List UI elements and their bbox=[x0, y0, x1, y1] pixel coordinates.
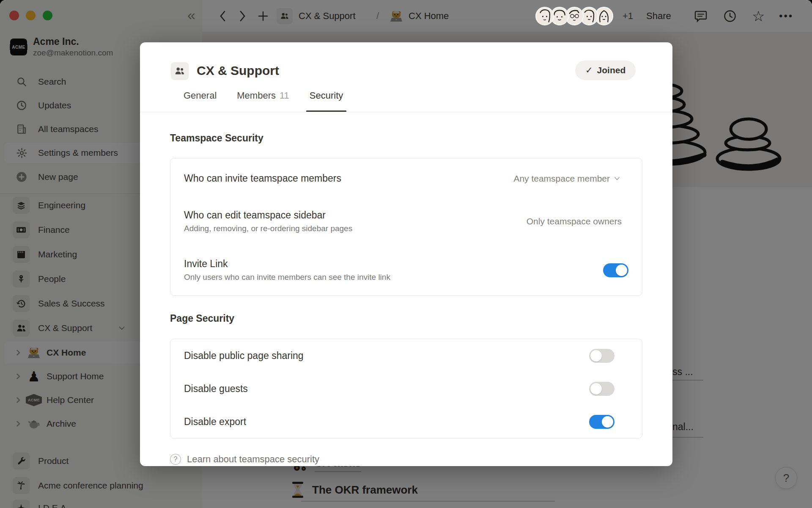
teamspace-security-card: Who can invite teamspace members Any tea… bbox=[170, 158, 642, 296]
teamspace-settings-modal: CX & Support ✓ Joined General Members11 … bbox=[140, 42, 672, 466]
setting-row-disable-public-sharing: Disable public page sharing bbox=[184, 339, 628, 372]
notion-app-window: « ACME Acme Inc. zoe@makenotion.com Sear… bbox=[0, 0, 812, 508]
avatar bbox=[535, 7, 554, 25]
modal-title: CX & Support bbox=[197, 64, 279, 78]
invite-link-toggle[interactable] bbox=[603, 263, 628, 277]
page-security-card: Disable public page sharing Disable gues… bbox=[170, 339, 642, 439]
members-count: 11 bbox=[280, 90, 289, 101]
setting-row-disable-export: Disable export bbox=[184, 405, 628, 438]
setting-row-disable-guests: Disable guests bbox=[184, 372, 628, 405]
disable-export-toggle[interactable] bbox=[589, 415, 614, 429]
modal-tabs: General Members11 Security bbox=[184, 87, 343, 112]
toggle-knob bbox=[590, 383, 602, 395]
joined-button[interactable]: ✓ Joined bbox=[575, 61, 636, 80]
tab-security[interactable]: Security bbox=[310, 87, 343, 112]
toggle-knob bbox=[602, 416, 613, 428]
disable-guests-toggle[interactable] bbox=[589, 382, 614, 396]
invite-members-dropdown[interactable]: Any teamspace member bbox=[513, 174, 628, 184]
toggle-knob bbox=[590, 350, 602, 362]
question-circle-icon: ? bbox=[170, 454, 181, 465]
setting-row-invite-members: Who can invite teamspace members Any tea… bbox=[184, 158, 628, 199]
tab-general[interactable]: General bbox=[184, 87, 217, 112]
section-heading-page-security: Page Security bbox=[170, 313, 234, 324]
toggle-knob bbox=[616, 265, 627, 276]
tab-members[interactable]: Members11 bbox=[237, 87, 289, 112]
learn-about-teamspace-security-link[interactable]: ? Learn about teamspace security bbox=[170, 454, 319, 465]
setting-row-invite-link: Invite Link Only users who can invite me… bbox=[184, 244, 628, 296]
section-heading-teamspace-security: Teamspace Security bbox=[170, 133, 263, 144]
chevron-down-icon bbox=[614, 177, 620, 180]
check-icon: ✓ bbox=[585, 65, 593, 75]
setting-row-edit-sidebar: Who can edit teamspace sidebar Adding, r… bbox=[184, 199, 628, 244]
people-icon bbox=[171, 62, 189, 80]
edit-sidebar-value: Only teamspace owners bbox=[527, 216, 622, 226]
tabs-divider bbox=[140, 112, 672, 112]
disable-public-sharing-toggle[interactable] bbox=[589, 349, 614, 363]
